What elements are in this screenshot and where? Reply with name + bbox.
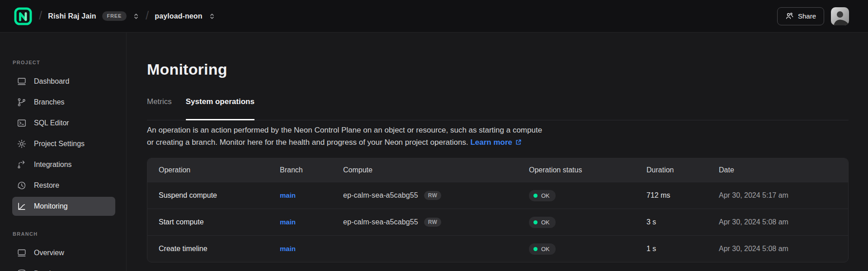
sidebar-item-label: Overview <box>34 249 64 257</box>
monitoring-icon <box>17 201 27 211</box>
branch-link[interactable]: main <box>280 191 296 199</box>
description-line-2: or creating a branch. Monitor here for t… <box>147 138 468 147</box>
restore-icon <box>17 181 27 190</box>
chevron-up-down-icon <box>208 13 216 20</box>
status-ok-dot <box>533 194 538 198</box>
status-label: OK <box>541 192 550 199</box>
branch-link[interactable]: main <box>280 245 296 252</box>
table-row: Create timeline main OK 1 s Apr 30, 2024… <box>147 235 848 262</box>
column-header-compute: Compute <box>343 166 529 174</box>
sidebar-item-branches[interactable]: Branches <box>12 93 115 112</box>
status-badge: OK <box>529 217 556 228</box>
user-avatar[interactable] <box>831 7 849 25</box>
date-cell: Apr 30, 2024 5:08 am <box>719 245 837 253</box>
org-name: Rishi Raj Jain <box>48 12 96 20</box>
operations-description: An operation is an action performed by t… <box>147 124 849 148</box>
topbar-right: Share <box>777 7 849 25</box>
tabs: Metrics System operations <box>147 97 849 120</box>
description-line-1: An operation is an action performed by t… <box>147 126 542 134</box>
neon-logo[interactable] <box>13 6 33 26</box>
status-badge: OK <box>529 243 556 255</box>
learn-more-link[interactable]: Learn more <box>470 136 522 148</box>
gear-icon <box>17 139 27 149</box>
sql-editor-icon <box>17 118 27 128</box>
sidebar-item-label: Dashboard <box>34 77 69 86</box>
column-header-branch: Branch <box>280 166 343 174</box>
status-label: OK <box>541 246 550 252</box>
learn-more-label: Learn more <box>470 136 512 148</box>
sidebar-item-label: Project Settings <box>34 140 85 148</box>
breadcrumb-project[interactable]: payload-neon <box>155 12 215 20</box>
branch-link[interactable]: main <box>280 218 296 226</box>
date-cell: Apr 30, 2024 5:17 am <box>719 191 837 200</box>
compute-cell: ep-calm-sea-a5cabg55 RW <box>343 218 529 227</box>
integrations-icon <box>17 160 27 170</box>
sidebar-section-branch: BRANCH <box>0 231 115 237</box>
main-content: Monitoring Metrics System operations An … <box>127 33 868 271</box>
status-ok-dot <box>533 247 538 251</box>
databases-icon <box>17 269 27 271</box>
sidebar-item-label: Restore <box>34 181 59 190</box>
breadcrumb-separator: / <box>39 9 42 23</box>
project-name: payload-neon <box>155 12 202 20</box>
sidebar-item-label: Branches <box>34 98 65 106</box>
sidebar-item-label: SQL Editor <box>34 119 69 127</box>
duration-cell: 712 ms <box>646 191 719 200</box>
external-link-icon <box>515 139 522 146</box>
users-icon <box>785 12 794 20</box>
sidebar-item-integrations[interactable]: Integrations <box>12 155 115 174</box>
compute-name: ep-calm-sea-a5cabg55 <box>343 191 418 200</box>
column-header-duration: Duration <box>646 166 719 174</box>
status-badge: OK <box>529 190 556 201</box>
tab-system-operations[interactable]: System operations <box>186 97 255 120</box>
sidebar: PROJECT Dashboard Branches SQL Editor <box>0 33 127 271</box>
sidebar-item-monitoring[interactable]: Monitoring <box>12 197 115 216</box>
sidebar-item-sql-editor[interactable]: SQL Editor <box>12 114 115 133</box>
sidebar-item-dashboard[interactable]: Dashboard <box>12 72 115 91</box>
date-cell: Apr 30, 2024 5:08 am <box>719 218 837 226</box>
compute-rw-badge: RW <box>424 191 442 200</box>
compute-cell: ep-calm-sea-a5cabg55 RW <box>343 191 529 200</box>
compute-rw-badge: RW <box>424 218 442 227</box>
duration-cell: 1 s <box>646 245 719 253</box>
operation-cell: Start compute <box>159 218 280 226</box>
column-header-operation-status: Operation status <box>529 166 646 174</box>
column-header-date: Date <box>719 166 837 174</box>
branches-icon <box>17 97 27 107</box>
dashboard-icon <box>17 76 27 86</box>
operation-cell: Suspend compute <box>159 191 280 200</box>
share-button-label: Share <box>798 12 816 20</box>
overview-icon <box>17 248 27 258</box>
sidebar-section-project: PROJECT <box>0 60 115 66</box>
tab-metrics[interactable]: Metrics <box>147 97 172 120</box>
table-row: Suspend compute main ep-calm-sea-a5cabg5… <box>147 182 848 209</box>
share-button[interactable]: Share <box>777 7 824 25</box>
sidebar-item-restore[interactable]: Restore <box>12 176 115 195</box>
sidebar-item-label: Integrations <box>34 161 72 169</box>
table-header-row: Operation Branch Compute Operation statu… <box>147 158 848 182</box>
sidebar-item-databases[interactable]: Databases <box>12 264 115 271</box>
operations-table: Operation Branch Compute Operation statu… <box>147 158 849 262</box>
sidebar-item-overview[interactable]: Overview <box>12 243 115 262</box>
page-title: Monitoring <box>147 61 849 78</box>
breadcrumb-separator: / <box>146 9 149 23</box>
chevron-up-down-icon <box>132 13 140 20</box>
column-header-operation: Operation <box>159 166 280 174</box>
compute-name: ep-calm-sea-a5cabg55 <box>343 218 418 226</box>
operation-cell: Create timeline <box>159 245 280 253</box>
status-label: OK <box>541 219 550 226</box>
sidebar-item-label: Monitoring <box>34 202 68 210</box>
sidebar-item-project-settings[interactable]: Project Settings <box>12 134 115 153</box>
duration-cell: 3 s <box>646 218 719 226</box>
status-ok-dot <box>533 220 538 224</box>
table-row: Start compute main ep-calm-sea-a5cabg55 … <box>147 209 848 235</box>
plan-badge: FREE <box>102 11 127 21</box>
breadcrumb-org[interactable]: Rishi Raj Jain FREE <box>48 11 140 21</box>
topbar: / Rishi Raj Jain FREE / payload-neon <box>0 0 868 33</box>
